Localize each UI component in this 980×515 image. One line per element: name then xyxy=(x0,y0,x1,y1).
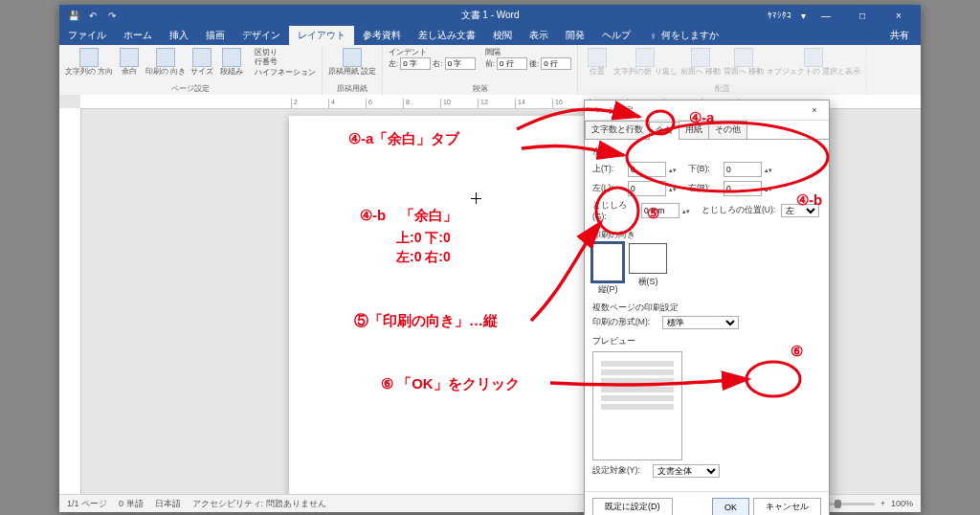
tab-view[interactable]: 表示 xyxy=(521,26,557,45)
wrap-button: 文字列の折 り返し xyxy=(613,48,677,76)
margin-bottom-input[interactable] xyxy=(724,162,762,177)
indent-label: インデント xyxy=(389,48,476,57)
margins-button[interactable]: 余白 xyxy=(116,48,143,76)
save-icon[interactable]: 💾 xyxy=(67,9,80,22)
position-button: 位置 xyxy=(584,48,611,76)
apply-to-select[interactable]: 文書全体 xyxy=(653,464,720,478)
indent-left[interactable]: 左: xyxy=(389,57,431,70)
group-label: ページ設定 xyxy=(65,83,316,94)
tab-references[interactable]: 参考資料 xyxy=(354,26,410,45)
multipage-select[interactable]: 標準 xyxy=(662,316,739,329)
orientation-button[interactable]: 印刷の 向き xyxy=(145,48,186,76)
section-preview-label: プレビュー xyxy=(592,335,821,347)
tab-layout[interactable]: レイアウト xyxy=(289,26,354,45)
margin-right-input[interactable] xyxy=(724,181,762,196)
ribbon-tabs: ファイル ホーム 挿入 描画 デザイン レイアウト 参考資料 差し込み文書 校閲… xyxy=(59,26,921,45)
zoom-level[interactable]: 100% xyxy=(891,499,913,508)
tab-file[interactable]: ファイル xyxy=(59,26,115,45)
gutter-pos-select[interactable]: 左 xyxy=(781,204,819,217)
orientation-portrait[interactable]: 縦(P) xyxy=(592,243,623,296)
group-label: 配置 xyxy=(584,83,860,94)
tab-mailings[interactable]: 差し込み文書 xyxy=(410,26,484,45)
section-orientation-label: 印刷の向き xyxy=(592,229,821,241)
quick-access-toolbar: 💾 ↶ ↷ xyxy=(59,9,119,22)
dialog-title: ページ設定 xyxy=(590,104,634,117)
send-backward-button: 背面へ 移動 xyxy=(724,48,764,76)
dialog-titlebar[interactable]: ページ設定 × xyxy=(585,101,829,121)
user-name[interactable]: ﾔﾏｼﾀｺ xyxy=(768,11,791,20)
size-button[interactable]: サイズ xyxy=(189,48,215,76)
group-label: 原稿用紙 xyxy=(328,83,376,94)
dlg-tab-margins[interactable]: 余白 xyxy=(649,122,679,140)
tab-review[interactable]: 校閲 xyxy=(484,26,521,45)
tab-insert[interactable]: 挿入 xyxy=(161,26,197,45)
tell-me[interactable]: ♀何をしますか xyxy=(641,26,727,45)
tab-help[interactable]: ヘルプ xyxy=(593,26,639,45)
preview-thumb xyxy=(592,351,682,460)
language[interactable]: 日本語 xyxy=(155,498,181,510)
section-margins-label: 余白 xyxy=(592,146,821,158)
cancel-button[interactable]: キャンセル xyxy=(753,498,821,515)
dialog-close-icon[interactable]: × xyxy=(806,105,823,115)
manuscript-button[interactable]: 原稿用紙 設定 xyxy=(328,48,376,76)
bring-forward-button: 前面へ 移動 xyxy=(680,48,721,76)
group-arrange: 位置 文字列の折 り返し 前面へ 移動 背面へ 移動 オブジェクトの 選択と表示… xyxy=(578,45,867,95)
space-after[interactable]: 後: xyxy=(529,57,571,70)
group-label: 段落 xyxy=(389,83,571,94)
margin-top-input[interactable] xyxy=(628,162,666,177)
tab-developer[interactable]: 開発 xyxy=(557,26,593,45)
ribbon: 文字列の 方向 余白 印刷の 向き サイズ 段組み 区切り 行番号 ハイフネーシ… xyxy=(59,45,921,96)
gutter-input[interactable] xyxy=(641,203,679,218)
undo-icon[interactable]: ↶ xyxy=(86,9,100,22)
group-page-setup: 文字列の 方向 余白 印刷の 向き サイズ 段組み 区切り 行番号 ハイフネーシ… xyxy=(59,45,323,95)
text-cursor xyxy=(476,192,477,204)
columns-button[interactable]: 段組み xyxy=(218,48,245,76)
ruler-vertical[interactable] xyxy=(59,108,81,495)
page-setup-dialog: ページ設定 × 文字数と行数 余白 用紙 その他 余白 上(T):▴▾ 下(B)… xyxy=(584,100,830,515)
ok-button[interactable]: OK xyxy=(712,498,749,515)
orientation-landscape[interactable]: 横(S) xyxy=(629,243,667,296)
title-bar: 💾 ↶ ↷ 文書 1 - Word ﾔﾏｼﾀｺ ▾ — □ × xyxy=(59,5,921,26)
share-button[interactable]: 共有 xyxy=(879,26,921,45)
tell-me-icon: ♀ xyxy=(650,31,657,41)
dialog-tabs: 文字数と行数 余白 用紙 その他 xyxy=(585,121,829,140)
line-numbers-button[interactable]: 行番号 xyxy=(252,57,315,67)
tab-design[interactable]: デザイン xyxy=(234,26,289,45)
page-count[interactable]: 1/1 ページ xyxy=(67,498,107,510)
word-count[interactable]: 0 単語 xyxy=(119,498,144,510)
set-default-button[interactable]: 既定に設定(D) xyxy=(592,498,673,515)
indent-right[interactable]: 右: xyxy=(433,57,475,70)
selection-pane-button: オブジェクトの 選択と表示 xyxy=(767,48,860,76)
accessibility-status[interactable]: アクセシビリティ: 問題ありません xyxy=(192,498,326,510)
hyphenation-button[interactable]: ハイフネーション xyxy=(252,68,315,78)
section-multipage-label: 複数ページの印刷設定 xyxy=(592,302,821,314)
close-button[interactable]: × xyxy=(882,5,915,26)
maximize-button[interactable]: □ xyxy=(846,5,879,26)
ribbon-options-icon[interactable]: ▾ xyxy=(801,11,806,21)
zoom-in-icon[interactable]: + xyxy=(880,499,885,508)
dlg-tab-chars[interactable]: 文字数と行数 xyxy=(585,121,650,139)
redo-icon[interactable]: ↷ xyxy=(105,9,119,22)
minimize-button[interactable]: — xyxy=(810,5,842,26)
group-manuscript: 原稿用紙 設定 原稿用紙 xyxy=(323,45,383,95)
dlg-tab-paper[interactable]: 用紙 xyxy=(679,121,709,139)
group-paragraph: インデント 左: 右: 間隔 前: 後: 段落 xyxy=(383,45,578,95)
tab-home[interactable]: ホーム xyxy=(115,26,161,45)
space-before[interactable]: 前: xyxy=(485,57,527,70)
spacing-label: 間隔 xyxy=(485,48,572,57)
breaks-button[interactable]: 区切り xyxy=(252,48,315,57)
window-title: 文書 1 - Word xyxy=(461,9,520,22)
text-direction-button[interactable]: 文字列の 方向 xyxy=(65,48,113,76)
dlg-tab-other[interactable]: その他 xyxy=(708,121,747,139)
margin-left-input[interactable] xyxy=(628,181,666,196)
tab-draw[interactable]: 描画 xyxy=(197,26,234,45)
